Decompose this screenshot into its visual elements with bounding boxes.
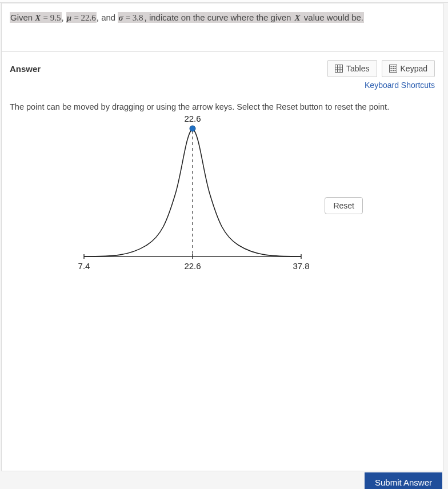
question-container: Given X = 9.5, μ = 22.6, and σ = 3.8, in… <box>1 3 443 471</box>
draggable-point[interactable] <box>190 126 195 131</box>
tables-icon <box>335 65 343 73</box>
marker-label: 22.6 <box>184 114 201 123</box>
keyboard-shortcuts-link[interactable]: Keyboard Shortcuts <box>10 81 435 90</box>
svg-rect-7 <box>393 66 394 67</box>
instruction-text: The point can be moved by dragging or us… <box>10 102 435 111</box>
answer-area: Answer Tables <box>2 52 443 293</box>
question-text: Given X = 9.5, μ = 22.6, and σ = 3.8, in… <box>10 12 364 23</box>
submit-answer-button[interactable]: Submit Answer <box>365 472 442 489</box>
svg-rect-9 <box>390 68 391 69</box>
question-area: Given X = 9.5, μ = 22.6, and σ = 3.8, in… <box>2 3 443 52</box>
keypad-button[interactable]: Keypad <box>382 60 435 77</box>
svg-rect-12 <box>390 70 391 71</box>
svg-rect-14 <box>394 70 395 71</box>
answer-label: Answer <box>10 64 41 74</box>
normal-curve-chart[interactable]: 7.4 22.6 37.8 22.6 <box>73 114 313 279</box>
svg-rect-11 <box>394 68 395 69</box>
svg-rect-0 <box>335 65 343 73</box>
graph-row: 7.4 22.6 37.8 22.6 Reset <box>10 114 435 285</box>
tables-button[interactable]: Tables <box>327 60 377 77</box>
header-buttons: Tables <box>327 60 435 77</box>
svg-rect-10 <box>393 68 394 69</box>
svg-rect-8 <box>394 66 395 67</box>
xtick-mid: 22.6 <box>184 261 201 271</box>
svg-rect-13 <box>393 70 394 71</box>
svg-rect-6 <box>390 66 391 67</box>
submit-bar: Submit Answer <box>0 472 448 489</box>
tables-label: Tables <box>346 64 369 73</box>
xtick-right: 37.8 <box>293 261 309 271</box>
answer-header: Answer Tables <box>10 60 435 77</box>
keypad-icon <box>389 65 397 73</box>
reset-button[interactable]: Reset <box>325 197 363 214</box>
bell-curve <box>84 129 301 256</box>
xtick-left: 7.4 <box>78 261 90 271</box>
keypad-label: Keypad <box>401 64 427 73</box>
